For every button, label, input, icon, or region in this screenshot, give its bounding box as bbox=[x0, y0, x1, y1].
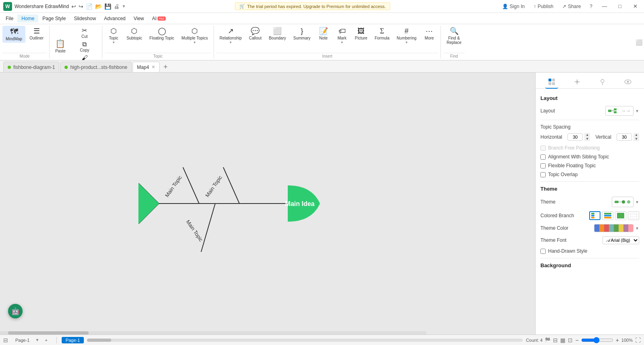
save-btn[interactable]: 💾 bbox=[104, 3, 111, 10]
formula-btn[interactable]: Σ Formula bbox=[372, 26, 393, 42]
summary-btn[interactable]: } Summary bbox=[290, 26, 314, 42]
alignment-sibling-checkbox[interactable] bbox=[540, 154, 546, 160]
zoom-slider[interactable] bbox=[581, 337, 613, 343]
panel-tab-layout[interactable] bbox=[545, 76, 558, 89]
menu-page-style[interactable]: Page Style bbox=[38, 15, 70, 23]
topic-overlap-checkbox[interactable] bbox=[540, 172, 546, 177]
open-btn[interactable]: 📂 bbox=[95, 3, 102, 10]
paste-btn[interactable]: 📋 Paste bbox=[52, 38, 69, 55]
print-btn[interactable]: 🖨 bbox=[114, 3, 119, 10]
mark-btn[interactable]: 🏷 Mark ▼ bbox=[333, 26, 351, 46]
hand-drawn-checkbox[interactable] bbox=[540, 249, 546, 254]
theme-font-row: Theme Font 𝒜 Arial (Big) bbox=[540, 236, 639, 244]
relationship-btn[interactable]: ↗ Relationship ▼ bbox=[216, 26, 245, 46]
help-btn[interactable]: ? bbox=[587, 3, 595, 10]
boundary-btn[interactable]: ⬜ Boundary bbox=[266, 26, 289, 42]
close-btn[interactable]: ✕ bbox=[629, 1, 641, 12]
view-mode-2[interactable]: ▦ bbox=[560, 337, 565, 343]
horizontal-down[interactable]: ▼ bbox=[584, 137, 590, 141]
mark-chevron: ▼ bbox=[341, 41, 344, 44]
callout-btn[interactable]: 💬 Callout bbox=[246, 26, 265, 42]
find-replace-btn[interactable]: 🔍 Find &Replace bbox=[443, 26, 465, 46]
tab-fishbone-2[interactable]: high-product...sts-fishbone bbox=[60, 62, 131, 72]
tab-close-btn[interactable]: ✕ bbox=[152, 65, 155, 69]
menu-advanced[interactable]: Advanced bbox=[100, 15, 129, 23]
layout-dropdown-arrow[interactable]: ▼ bbox=[635, 109, 639, 113]
subtopic-btn[interactable]: ⬡ Subtopic bbox=[123, 26, 145, 42]
maximize-btn[interactable]: □ bbox=[614, 1, 625, 12]
menu-view[interactable]: View bbox=[129, 15, 148, 23]
vertical-down[interactable]: ▼ bbox=[634, 137, 639, 141]
redo-btn[interactable]: ↪ bbox=[79, 3, 83, 10]
branch-free-checkbox[interactable] bbox=[540, 145, 546, 151]
theme-preview[interactable] bbox=[612, 197, 634, 207]
menu-ai[interactable]: AIHot bbox=[148, 15, 169, 23]
copy-btn[interactable]: ⧉ Copy bbox=[70, 40, 100, 53]
undo-btn[interactable]: ↩ bbox=[71, 3, 76, 10]
vertical-input[interactable] bbox=[617, 133, 632, 141]
picture-btn[interactable]: 🖼 Picture bbox=[352, 26, 371, 42]
minimize-btn[interactable]: — bbox=[599, 1, 610, 12]
zoom-in-btn[interactable]: + bbox=[616, 337, 619, 343]
cut-btn[interactable]: ✂ Cut bbox=[70, 26, 100, 39]
branch-option-4[interactable] bbox=[628, 211, 639, 220]
color-strip[interactable] bbox=[594, 224, 634, 232]
horizontal-up[interactable]: ▲ bbox=[584, 133, 590, 137]
outliner-btn[interactable]: ☰ Outliner bbox=[26, 26, 47, 42]
vertical-up[interactable]: ▲ bbox=[634, 133, 639, 137]
tab-label-2: high-product...sts-fishbone bbox=[70, 64, 127, 70]
page-tab-item[interactable]: Page-1 bbox=[11, 337, 33, 343]
tab-fishbone-1[interactable]: fishbone-diagram-1 bbox=[3, 62, 59, 72]
horizontal-input[interactable] bbox=[567, 133, 583, 141]
theme-row: Theme ▼ bbox=[540, 197, 639, 207]
note-btn[interactable]: 📝 Note bbox=[315, 26, 332, 42]
multiple-topics-btn[interactable]: ⬡ Multiple Topics ▼ bbox=[178, 26, 211, 46]
topic-btn[interactable]: ⬡ Topic ▼ bbox=[105, 26, 123, 46]
publish-btn[interactable]: ↑ Publish bbox=[531, 3, 556, 10]
fullscreen-btn[interactable]: ⛶ bbox=[635, 337, 641, 343]
page-tab-active[interactable]: Page-1 bbox=[62, 337, 84, 343]
mindmap-btn[interactable]: 🗺 MindMap bbox=[2, 26, 25, 43]
numbering-btn[interactable]: # Numbering ▼ bbox=[393, 26, 420, 46]
page-dropdown[interactable]: ▼ bbox=[35, 338, 39, 342]
menu-file[interactable]: File bbox=[2, 15, 17, 23]
svg-text:Main Topic: Main Topic bbox=[185, 219, 204, 243]
menu-home[interactable]: Home bbox=[17, 15, 38, 23]
view-mode-1[interactable]: ⊟ bbox=[553, 337, 558, 343]
format-painter-btn[interactable]: 🖌 Format Painter bbox=[70, 54, 100, 60]
trial-banner[interactable]: 🛒 The trial period has expired. Upgrade … bbox=[235, 2, 390, 10]
add-page-btn[interactable]: + bbox=[41, 337, 51, 343]
sign-in-btn[interactable]: 👤 Sign In bbox=[500, 3, 527, 10]
branch-option-3[interactable] bbox=[615, 211, 626, 220]
tab-add-btn[interactable]: + bbox=[160, 62, 171, 72]
new-btn[interactable]: 📄 bbox=[86, 3, 93, 10]
tabs-bar: fishbone-diagram-1 high-product...sts-fi… bbox=[0, 60, 644, 73]
svg-rect-27 bbox=[604, 215, 611, 216]
fit-screen-btn[interactable]: ⊡ bbox=[568, 337, 573, 343]
branch-option-2[interactable] bbox=[602, 211, 613, 220]
panel-tab-location[interactable] bbox=[596, 76, 609, 89]
theme-dropdown-arrow[interactable]: ▼ bbox=[635, 200, 639, 204]
panel-tab-sparkle[interactable] bbox=[571, 76, 584, 89]
menubar: File Home Page Style Slideshow Advanced … bbox=[0, 13, 644, 24]
panel-collapse-btn[interactable]: ⬜ bbox=[636, 39, 642, 46]
tab-map4[interactable]: Map4 ✕ bbox=[133, 62, 160, 72]
tab-dot-2 bbox=[64, 66, 68, 69]
share-btn[interactable]: ↗ Share bbox=[560, 3, 583, 10]
branch-option-1[interactable] bbox=[589, 211, 600, 220]
panel-tab-eye[interactable] bbox=[621, 76, 634, 89]
dropdown-btn[interactable]: ▼ bbox=[122, 4, 126, 8]
layout-preview[interactable]: →→ bbox=[605, 106, 634, 116]
scrollbar-area[interactable] bbox=[87, 339, 523, 342]
ai-assistant-btn[interactable]: 🤖 bbox=[8, 304, 23, 318]
color-dropdown-arrow[interactable]: ▼ bbox=[635, 226, 639, 231]
sidebar-toggle[interactable]: ⊟ bbox=[3, 337, 8, 343]
callout-icon: 💬 bbox=[251, 27, 260, 35]
more-btn[interactable]: ⋯ More bbox=[420, 26, 438, 42]
canvas[interactable]: Main Topic Main Topic Main Topic Main Id… bbox=[0, 73, 535, 335]
floating-topic-btn[interactable]: ◯ Floating Topic bbox=[146, 26, 178, 42]
theme-font-select[interactable]: 𝒜 Arial (Big) bbox=[602, 236, 639, 244]
flexible-floating-checkbox[interactable] bbox=[540, 163, 546, 168]
menu-slideshow[interactable]: Slideshow bbox=[70, 15, 100, 23]
zoom-out-btn[interactable]: − bbox=[575, 337, 578, 343]
